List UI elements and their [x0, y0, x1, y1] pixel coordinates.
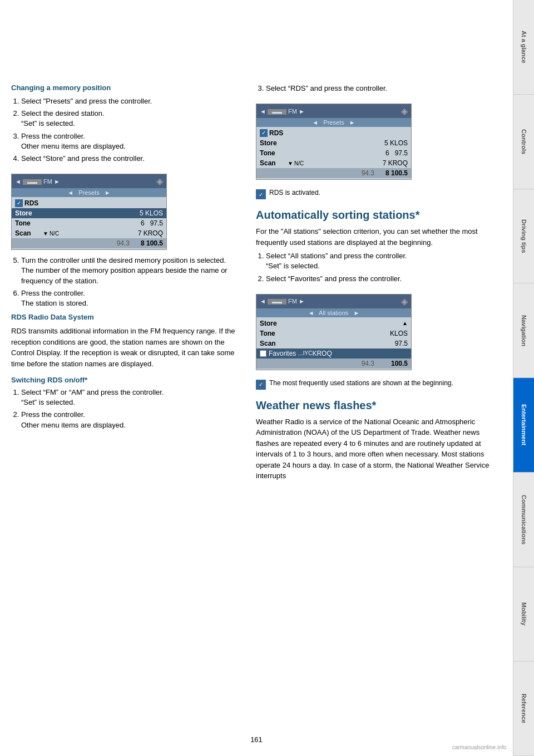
page-number: 161 — [250, 735, 263, 744]
sidebar-tab-controls[interactable]: Controls — [513, 95, 534, 189]
rds-step-2: Press the controller.Other menu items ar… — [21, 410, 239, 430]
note-icon-2: ✓ — [256, 380, 266, 390]
right-column: Select “RDS” and press the controller. ◄… — [250, 84, 490, 723]
radio-screen-1-wrapper: ◄ ▬▬ FM ► ◈ ◄ Presets ► ✓ RDS Store — [11, 168, 167, 256]
sidebar-tab-entertainment[interactable]: Entertainment — [513, 378, 534, 473]
step-2: Select the desired station.“Set” is sele… — [21, 109, 239, 129]
rds-row: ✓ RDS — [12, 198, 166, 208]
sidebar: At a glance Controls Driving tips Naviga… — [513, 0, 534, 756]
screen2-store-row: Store 5 KLOS — [256, 138, 411, 148]
screen2-tone-row: Tone 6 97.5 — [256, 148, 411, 158]
step-3: Press the controller.Other menu items ar… — [21, 131, 239, 151]
section-heading-changing: Changing a memory position — [11, 84, 239, 92]
screen3-header: ◄ ▬▬ FM ► ◈ — [256, 294, 411, 308]
tone-row: Tone 6 97.5 — [12, 218, 166, 228]
sidebar-tab-mobility[interactable]: Mobility — [513, 567, 534, 662]
auto-sort-heading: Automatically sorting stations* — [256, 208, 490, 222]
step-5: Turn the controller until the desired me… — [21, 256, 239, 286]
auto-sort-body: For the "All stations" selection criteri… — [256, 226, 490, 248]
sidebar-tab-navigation[interactable]: Navigation — [513, 283, 534, 378]
sidebar-tab-reference[interactable]: Reference — [513, 661, 534, 756]
step-6: Press the controller.The station is stor… — [21, 288, 239, 308]
screen2-rds-row: ✓ RDS — [256, 128, 411, 138]
watermark: carmanualsonline.info — [452, 744, 506, 750]
auto-sort-note: ✓ The most frequently used stations are … — [256, 379, 490, 390]
sidebar-tab-at-a-glance[interactable]: At a glance — [513, 0, 534, 95]
store-row: Store 5 KLOS — [12, 208, 166, 218]
step-1: Select "Presets" and press the controlle… — [21, 96, 239, 106]
screen3-favorites-row: Favorites ...IYC KROQ — [256, 348, 411, 359]
rds-heading: RDS Radio Data System — [11, 313, 239, 321]
rds-steps: Select “FM” or “AM” and press the contro… — [21, 387, 239, 430]
screen3-tone-row: Tone KLOS — [256, 328, 411, 338]
steps-list-1: Select "Presets" and press the controlle… — [21, 96, 239, 164]
weather-body: Weather Radio is a service of the Nation… — [256, 416, 490, 482]
scan-row: Scan ▼ N/C 7 KROQ — [12, 228, 166, 238]
favorites-checkbox — [260, 350, 266, 357]
screen3-store-row: Store ▲ — [256, 318, 411, 328]
auto-sort-steps: Select “All stations” and press the cont… — [266, 251, 490, 284]
note-icon-1: ✓ — [256, 189, 266, 199]
rds-body: RDS transmits additional information in … — [11, 326, 239, 369]
screen1-subheader: ◄ Presets ► — [12, 188, 166, 197]
sidebar-tab-communications[interactable]: Communications — [513, 473, 534, 567]
screen3-scan-row: Scan 97.5 — [256, 338, 411, 348]
radio-screen-3: ◄ ▬▬ FM ► ◈ ◄ All stations ► Store ▲ Ton… — [256, 294, 412, 370]
screen1-header: ◄ ▬▬ FM ► ◈ — [12, 174, 166, 188]
auto-step-1: Select “All stations” and press the cont… — [266, 251, 490, 271]
screen2-header: ◄ ▬▬ FM ► ◈ — [256, 104, 411, 118]
radio-screen-1: ◄ ▬▬ FM ► ◈ ◄ Presets ► ✓ RDS Store — [11, 174, 167, 250]
left-column: Changing a memory position Select "Prese… — [11, 84, 250, 723]
radio-screen-3-wrapper: ◄ ▬▬ FM ► ◈ ◄ All stations ► Store ▲ Ton… — [256, 288, 412, 376]
weather-heading: Weather news flashes* — [256, 399, 490, 412]
radio-screen-2-wrapper: ◄ ▬▬ FM ► ◈ ◄ Presets ► ✓ RDS Store — [256, 98, 412, 185]
rds-note: ✓ RDS is activated. — [256, 189, 490, 199]
screen2-subheader: ◄ Presets ► — [256, 118, 411, 127]
right-step-3: Select “RDS” and press the controller. — [266, 84, 490, 94]
screen2-check-icon: ✓ — [260, 129, 268, 137]
sidebar-tab-driving-tips[interactable]: Driving tips — [513, 189, 534, 284]
last-row: 94.3 8 100.5 — [12, 238, 166, 248]
screen3-last-row: 94.3 100.5 — [256, 359, 411, 369]
switching-rds-heading: Switching RDS on/off* — [11, 376, 239, 384]
check-icon: ✓ — [15, 199, 23, 207]
screen2-body: ✓ RDS Store 5 KLOS Tone 6 97.5 — [256, 127, 411, 179]
rds-step-1: Select “FM” or “AM” and press the contro… — [21, 387, 239, 408]
screen2-last-row: 94.3 8 100.5 — [256, 168, 411, 178]
screen3-body: Store ▲ Tone KLOS Scan 97.5 — [256, 317, 411, 370]
screen1-body: ✓ RDS Store 5 KLOS Tone 6 97.5 — [12, 197, 166, 249]
steps-list-2: Turn the controller until the desired me… — [21, 256, 239, 308]
screen3-subheader: ◄ All stations ► — [256, 308, 411, 317]
screen2-scan-row: Scan ▼ N/C 7 KROQ — [256, 158, 411, 168]
right-steps-1: Select “RDS” and press the controller. — [266, 84, 490, 94]
step-4: Select “Store” and press the controller. — [21, 154, 239, 164]
bottom-area: 161 — [0, 723, 513, 756]
auto-step-2: Select “Favorites” and press the control… — [266, 274, 490, 284]
radio-screen-2: ◄ ▬▬ FM ► ◈ ◄ Presets ► ✓ RDS Store — [256, 104, 412, 180]
